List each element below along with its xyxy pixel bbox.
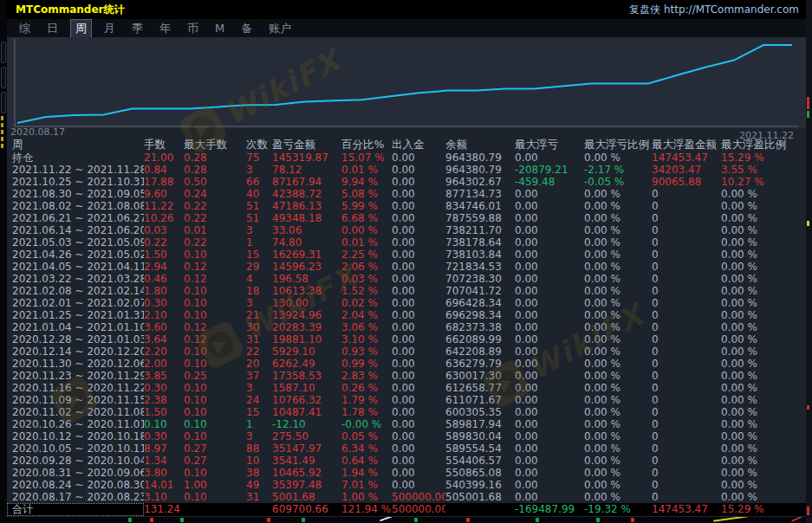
cell: 9.60 <box>144 188 184 200</box>
cell: 0.02 % <box>341 297 392 309</box>
tab-M[interactable]: M <box>211 21 229 36</box>
table-row[interactable]: 2021.05.03 ~ 2021.05.090.220.22174.800.0… <box>7 236 806 249</box>
titlebar[interactable]: MTCommander统计 复盘侠 http://MTCommander.com <box>7 0 806 19</box>
cell: 0.10 <box>184 285 246 297</box>
cell: 17358.53 <box>272 370 341 382</box>
tab-币[interactable]: 币 <box>183 20 203 37</box>
cell: 0.00 <box>392 382 445 394</box>
cell: 11.22 <box>144 200 184 212</box>
column-header[interactable]: 百分比% <box>341 137 392 152</box>
table-row[interactable]: 2020.11.30 ~ 2020.12.062.000.10206262.49… <box>7 358 806 370</box>
tab-年[interactable]: 年 <box>155 20 175 37</box>
tab-综[interactable]: 综 <box>15 20 35 37</box>
cell: 30 <box>246 321 272 333</box>
cell: 0.00 % <box>721 345 794 358</box>
cell: 738211.70 <box>445 224 515 236</box>
cell: 0.00 <box>392 406 445 418</box>
table-row[interactable]: 2021.10.25 ~ 2021.10.3117.880.506687167.… <box>7 176 806 188</box>
column-header[interactable]: 最大手数 <box>184 137 246 152</box>
column-header[interactable]: 最大浮亏比例 <box>584 137 652 152</box>
table-row[interactable]: 2021.08.02 ~ 2021.08.0811.220.225147186.… <box>7 200 806 212</box>
table-row[interactable]: 2020.10.12 ~ 2020.10.180.300.103275.500.… <box>7 430 806 442</box>
table-row[interactable]: 2021.01.04 ~ 2021.01.103.600.123020283.3… <box>7 321 806 333</box>
tab-日[interactable]: 日 <box>42 20 62 37</box>
column-header[interactable]: 手数 <box>144 137 184 152</box>
table-row[interactable]: 2020.11.16 ~ 2020.11.220.300.1031587.100… <box>7 382 806 394</box>
table-row[interactable]: 2020.11.23 ~ 2020.11.293.850.253717358.5… <box>7 370 806 382</box>
table-row[interactable]: 2021.06.21 ~ 2021.06.2710.260.225149348.… <box>7 212 806 224</box>
cell: 3.85 <box>144 370 184 382</box>
tab-季[interactable]: 季 <box>127 20 147 37</box>
table-row[interactable]: 持仓21.000.2875145319.8715.07 %0.00964380.… <box>7 152 806 164</box>
background-toolbar-button <box>1 92 6 113</box>
table-row[interactable]: 2020.11.09 ~ 2020.11.152.380.102410766.3… <box>7 394 806 406</box>
cell: 2021.02.08 ~ 2021.02.14 <box>7 285 144 297</box>
column-header[interactable]: 周 <box>7 137 144 152</box>
brand-link[interactable]: 复盘侠 http://MTCommander.com <box>629 3 799 17</box>
cell: 554406.57 <box>445 455 515 467</box>
table-row[interactable]: 2020.10.05 ~ 2020.10.118.970.278835147.9… <box>7 442 806 455</box>
cell: 0.00 <box>392 224 445 236</box>
table-row[interactable]: 2020.08.17 ~ 2020.08.233.100.10315001.68… <box>7 491 806 503</box>
column-header[interactable]: 余额 <box>445 137 515 152</box>
cell: 35397.48 <box>272 479 341 491</box>
table-row[interactable]: 2021.06.14 ~ 2021.06.200.030.01333.060.0… <box>7 224 806 236</box>
table-row[interactable]: 2020.12.14 ~ 2020.12.202.200.10225929.10… <box>7 345 806 358</box>
cell: 0.00 <box>515 455 584 467</box>
cell: 2020.10.12 ~ 2020.10.18 <box>7 430 144 442</box>
table-row[interactable]: 2020.08.24 ~ 2020.08.3014.011.004935397.… <box>7 479 806 491</box>
tab-周[interactable]: 周 <box>70 19 92 38</box>
column-header[interactable]: 最大浮亏 <box>515 137 584 152</box>
cell: -0.05 % <box>584 176 652 188</box>
cell: 5.99 % <box>341 200 392 212</box>
cell: 130.00 <box>272 297 341 309</box>
column-header[interactable]: 盈亏金额 <box>272 137 341 152</box>
cell: 38 <box>246 467 272 479</box>
table-row[interactable]: 2021.03.22 ~ 2021.03.280.460.124196.580.… <box>7 273 806 285</box>
table-row[interactable]: 2020.09.28 ~ 2020.10.041.340.27103541.49… <box>7 455 806 467</box>
table-row[interactable]: 2021.04.05 ~ 2021.04.112.940.122914596.2… <box>7 261 806 273</box>
cell: 0.00 % <box>721 370 794 382</box>
table-row[interactable]: 2020.10.26 ~ 2020.11.010.100.101-12.10-0… <box>7 418 806 430</box>
table-row[interactable]: 2020.08.31 ~ 2020.09.063.800.103810465.9… <box>7 467 806 479</box>
cell: 1.50 <box>144 406 184 418</box>
cell: 0.10 <box>184 430 246 442</box>
cell: 0.00 % <box>584 418 652 430</box>
cell: 0.10 <box>184 358 246 370</box>
cell: 10465.92 <box>272 467 341 479</box>
cell: 0 <box>652 212 721 224</box>
cell: 0.00 % <box>721 297 794 309</box>
table-row[interactable]: 2021.02.08 ~ 2021.02.141.800.101810613.3… <box>7 285 806 297</box>
table-row[interactable]: 2020.11.02 ~ 2020.11.081.500.101510487.4… <box>7 406 806 418</box>
cell: 2.20 <box>144 345 184 358</box>
table-row[interactable]: 2021.08.30 ~ 2021.09.059.600.244042388.7… <box>7 188 806 200</box>
cell: 0.00 % <box>584 430 652 442</box>
cell: 8.97 <box>144 442 184 455</box>
cell <box>246 503 272 516</box>
table-row[interactable]: 2020.12.28 ~ 2021.01.033.640.123119881.1… <box>7 333 806 345</box>
column-header[interactable]: 最大浮盈金额 <box>652 137 721 152</box>
tab-备[interactable]: 备 <box>237 20 257 37</box>
cell: 2020.12.28 ~ 2021.01.03 <box>7 333 144 345</box>
tab-月[interactable]: 月 <box>100 20 120 37</box>
tab-账户[interactable]: 账户 <box>264 20 296 37</box>
cell: 1 <box>246 236 272 249</box>
cell: 15.29 % <box>721 503 794 516</box>
table-row[interactable]: 2021.02.01 ~ 2021.02.070.300.103130.000.… <box>7 297 806 309</box>
cell: 6.68 % <box>341 212 392 224</box>
cell: 0.00 <box>392 200 445 212</box>
cell: 0.00 <box>515 309 584 321</box>
table-row[interactable]: 2021.01.25 ~ 2021.01.312.100.102113924.9… <box>7 309 806 321</box>
column-header[interactable]: 出入金 <box>392 137 445 152</box>
background-toolbar-button <box>1 67 6 88</box>
chart-start-date: 2020.08.17 <box>10 126 65 138</box>
table-row[interactable]: 2021.04.26 ~ 2021.05.021.500.101516269.3… <box>7 249 806 261</box>
desktop: MTCommander统计 复盘侠 http://MTCommander.com… <box>0 0 812 523</box>
total-row[interactable]: 合计131.24609700.66121.94 %500000.00-16948… <box>7 503 806 516</box>
cell: 5.08 % <box>341 188 392 200</box>
cell: 131.24 <box>144 503 184 516</box>
table-row[interactable]: 2021.11.22 ~ 2021.11.280.840.28378.120.0… <box>7 164 806 176</box>
column-header[interactable]: 次数 <box>246 137 272 152</box>
cell: 5929.10 <box>272 345 341 358</box>
cell: 0 <box>652 249 721 261</box>
